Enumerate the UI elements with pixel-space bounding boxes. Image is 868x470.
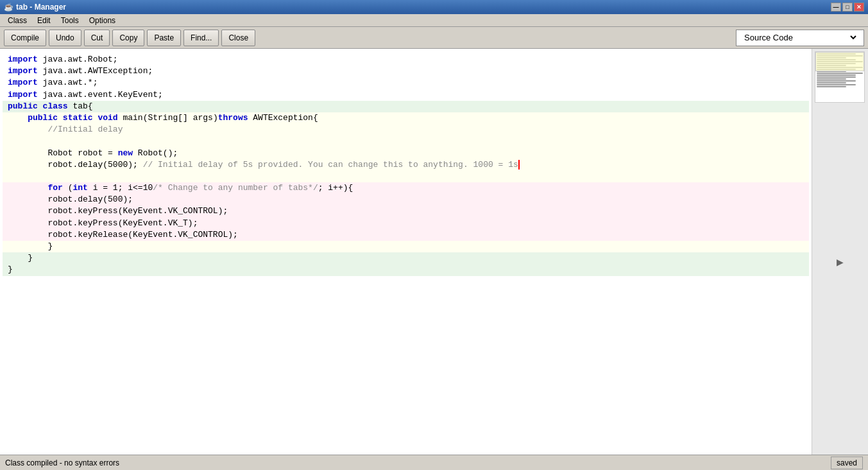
title-text: ☕ tab - Manager [4,3,66,12]
code-line-17: } [3,241,809,252]
cut-button[interactable]: Cut [84,30,110,46]
close-window-button[interactable]: ✕ [854,3,864,12]
menu-class[interactable]: Class [3,15,32,26]
title-label: tab - Manager [16,3,66,12]
source-code-select[interactable]: Source Code Compiled Output Documentatio… [742,32,858,43]
code-line-1: import java.awt.Robot; [3,54,809,65]
undo-button[interactable]: Undo [49,30,81,46]
code-line-16: robot.keyRelease(KeyEvent.VK_CONTROL); [3,229,809,241]
code-line-5: public class tab{ [3,101,809,112]
maximize-button[interactable]: □ [842,3,853,12]
minimap-highlight [815,52,864,71]
code-editor[interactable]: import java.awt.Robot; import java.awt.A… [0,49,812,455]
code-line-18: } [3,252,809,264]
close-button[interactable]: Close [221,30,255,46]
status-text: Class compiled - no syntax errors [5,458,119,467]
code-line-3: import java.awt.*; [3,77,809,89]
code-line-8 [3,135,809,147]
find-button[interactable]: Find... [183,30,219,46]
minimap: ▶ [812,49,868,455]
minimap-content [815,51,865,103]
code-line-15: robot.keyPress(KeyEvent.VK_T); [3,218,809,229]
copy-button[interactable]: Copy [112,30,144,46]
code-line-2: import java.awt.AWTException; [3,65,809,77]
code-line-12: for (int i = 1; i<=10/* Change to any nu… [3,182,809,194]
code-line-9: Robot robot = new Robot(); [3,148,809,159]
saved-label: saved [831,457,863,469]
code-line-4: import java.awt.event.KeyEvent; [3,89,809,101]
title-icon: ☕ [4,3,13,12]
menu-edit[interactable]: Edit [32,15,56,26]
title-bar: ☕ tab - Manager — □ ✕ [0,0,868,14]
minimize-button[interactable]: — [831,3,841,12]
code-line-13: robot.delay(500); [3,194,809,205]
source-code-dropdown[interactable]: Source Code Compiled Output Documentatio… [736,30,864,46]
code-line-10: robot.delay(5000); // Initial delay of 5… [3,159,809,171]
code-line-11 [3,171,809,182]
paste-button[interactable]: Paste [147,30,181,46]
code-line-6: public static void main(String[] args)th… [3,112,809,124]
code-line-14: robot.keyPress(KeyEvent.VK_CONTROL); [3,205,809,217]
scroll-arrow-right[interactable]: ▶ [815,257,865,267]
toolbar: Compile Undo Cut Copy Paste Find... Clos… [0,27,868,49]
status-bar: Class compiled - no syntax errors saved [0,455,868,470]
menu-tools[interactable]: Tools [56,15,84,26]
code-line-7: //Initial delay [3,124,809,135]
window-controls: — □ ✕ [831,3,864,12]
menu-options[interactable]: Options [84,15,121,26]
compile-button[interactable]: Compile [4,30,46,46]
menu-bar: Class Edit Tools Options [0,14,868,27]
code-line-19: } [3,264,809,275]
main-area: import java.awt.Robot; import java.awt.A… [0,49,868,455]
